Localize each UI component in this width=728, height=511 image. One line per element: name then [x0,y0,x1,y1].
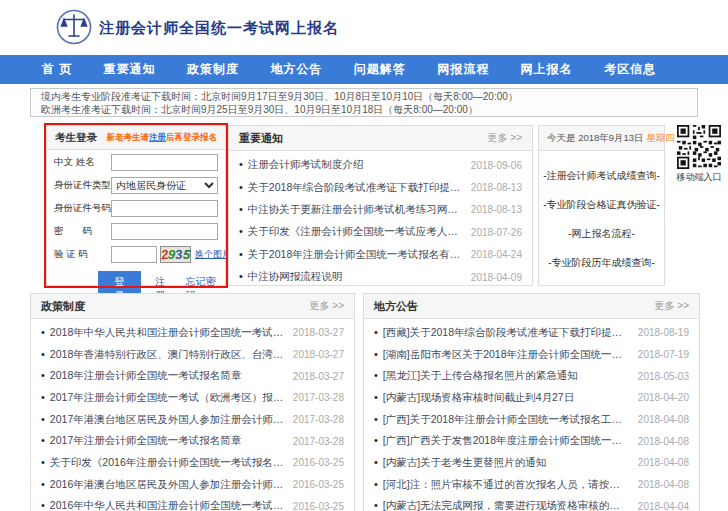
announcement-date: 2018-04-08 [638,436,689,447]
policy-link[interactable]: 2018年注册会计师全国统一考试报名简章 [41,369,285,383]
ticket-download-notice: 境内考生专业阶段准考证下载时间：北京时间9月17日至9月30日、10月8日至10… [30,88,698,117]
notice-line-2: 欧洲考生准考证下载时间：北京时间9月25日至9月30日、10月9日至10月18日… [41,104,687,117]
policy-list-item: 2018年香港特别行政区、澳门特别行政区、台湾地区居民及... 2018-03-… [41,344,344,366]
notice-line-1: 境内考生专业阶段准考证下载时间：北京时间9月17日至9月30日、10月8日至10… [41,91,687,104]
policy-list-item: 2016年中华人民共和国注册会计师全国统一考试（欧洲考区... 2016-03-… [41,496,344,511]
policy-date: 2018-03-27 [293,349,344,360]
announcement-link[interactable]: [黑龙江]关于上传合格报名照片的紧急通知 [374,369,630,383]
policy-link[interactable]: 关于印发《2016年注册会计师全国统一考试报名简章》的通... [41,456,285,470]
register-link-inline[interactable]: 注册 [149,132,166,142]
captcha-refresh-link[interactable]: 换个图片 [195,248,231,261]
quick-link[interactable]: -专业阶段合格证真伪验证- [543,198,660,212]
name-input[interactable] [111,154,218,171]
policy-list-item: 2018年注册会计师全国统一考试报名简章 2018-03-27 [41,365,344,387]
quick-link[interactable]: -网上报名流程- [568,227,635,241]
announcement-link[interactable]: [河北]注：照片审核不通过的首次报名人员，请按要求重新上... [374,478,630,492]
announcement-list-item: [西藏]关于2018年综合阶段考试准考证下载打印提醒的通... 2018-08-… [374,322,689,344]
notice-list-item: 关于2018年注册会计师全国统一考试报名有关事项的提示 2018-04-24 [239,244,522,266]
announcement-link[interactable]: [内蒙古]关于老考生更替照片的通知 [374,456,630,470]
qr-code-icon [677,125,721,169]
policy-list-item: 2018年中华人民共和国注册会计师全国统一考试（欧洲考区... 2018-03-… [41,322,344,344]
cpa-exam-registration-page: 注册会计师全国统一考试网上报名 首 页重要通知政策制度地方公告问题解答网报流程网… [0,0,728,511]
important-notices-header: 重要通知 更多 >> [229,126,532,151]
today-panel-header: 今天是 2018年9月13日 星期四 [539,126,664,151]
policy-link[interactable]: 2017年港澳台地区居民及外国人参加注册会计师全国统一考... [41,413,285,427]
nav-item[interactable]: 问题解答 [354,61,406,78]
nav-item[interactable]: 网上报名 [521,61,573,78]
nav-item[interactable]: 重要通知 [104,61,156,78]
policies-header: 政策制度 更多 >> [31,294,354,319]
page-title: 注册会计师全国统一考试网上报名 [99,19,339,38]
notice-date: 2018-08-13 [471,204,522,215]
announcement-list-item: [广西]关于2018年注册会计师全国统一考试报名工作有关... 2018-04-… [374,409,689,431]
announcement-list-item: [黑龙江]关于上传合格报名照片的紧急通知 2018-05-03 [374,365,689,387]
name-label: 中文 姓名 [54,156,111,169]
announcement-list-item: [广西]广西关于发售2018年度注册会计师全国统一考试辅... 2018-04-… [374,430,689,452]
captcha-image[interactable]: 2935 [160,246,191,263]
policy-list-item: 2017年注册会计师全国统一考试（欧洲考区）报名简章 2017-03-28 [41,387,344,409]
notice-link[interactable]: 注册会计师考试制度介绍 [239,158,463,172]
login-subtitle: 新老考生请注册后再登录报名 [107,132,218,144]
policies-title: 政策制度 [41,299,85,314]
announcement-link[interactable]: [湖南]岳阳市考区关于2018年注册会计师全国统一考试专... [374,348,630,362]
policy-link[interactable]: 2018年中华人民共和国注册会计师全国统一考试（欧洲考区... [41,326,285,340]
nav-item[interactable]: 考区信息 [604,61,656,78]
policy-date: 2018-03-27 [293,327,344,338]
announcement-list-item: [内蒙古]现场资格审核时间截止到4月27日 2018-04-20 [374,387,689,409]
local-announcements-title: 地方公告 [374,299,418,314]
announcement-date: 2018-04-20 [638,392,689,403]
policy-link[interactable]: 2017年注册会计师全国统一考试报名简章 [41,434,285,448]
notice-link[interactable]: 中注协网报流程说明 [239,270,463,284]
announcement-list-item: [内蒙古]无法完成网报，需要进行现场资格审核的具体通知 2018-04-04 [374,496,689,511]
notice-date: 2018-04-09 [471,272,522,283]
nav-item[interactable]: 地方公告 [270,61,322,78]
policy-link[interactable]: 2017年注册会计师全国统一考试（欧洲考区）报名简章 [41,391,285,405]
notice-link[interactable]: 中注协关于更新注册会计师考试机考练习网站的公告 [239,203,463,217]
policy-list-item: 关于印发《2016年注册会计师全国统一考试报名简章》的通... 2016-03-… [41,452,344,474]
policy-date: 2016-03-25 [293,501,344,511]
announcement-date: 2018-07-19 [638,349,689,360]
captcha-label: 验 证 码 [54,248,111,261]
password-input[interactable] [111,223,218,240]
today-panel: 今天是 2018年9月13日 星期四 -注册会计师考试成绩查询--专业阶段合格证… [538,125,665,286]
notice-link[interactable]: 关于2018年综合阶段考试准考证下载打印提醒的通告 [239,181,463,195]
policy-list-item: 2016年港澳台地区居民及外国人参加注册会计师全国统一考... 2016-03-… [41,474,344,496]
nav-item[interactable]: 首 页 [42,61,72,78]
notice-date: 2018-07-26 [471,227,522,238]
policy-date: 2016-03-25 [293,479,344,490]
notice-list-item: 关于印发《注册会计师全国统一考试应考人员考场守则》的通知 2018-07-26 [239,221,522,243]
local-announcements-more-link[interactable]: 更多 >> [655,299,689,313]
important-notices-more-link[interactable]: 更多 >> [488,131,522,145]
mobile-entrance-caption: 移动端入口 [676,171,722,184]
id-type-label: 身份证件类型 [54,179,111,192]
notice-link[interactable]: 关于2018年注册会计师全国统一考试报名有关事项的提示 [239,248,463,262]
policy-date: 2016-03-25 [293,457,344,468]
nav-item[interactable]: 网报流程 [437,61,489,78]
policy-list-item: 2017年港澳台地区居民及外国人参加注册会计师全国统一考... 2017-03-… [41,409,344,431]
announcement-link[interactable]: [西藏]关于2018年综合阶段考试准考证下载打印提醒的通... [374,326,630,340]
captcha-input[interactable] [111,246,157,263]
local-announcements-list: [西藏]关于2018年综合阶段考试准考证下载打印提醒的通... 2018-08-… [364,319,699,511]
login-title: 考生登录 [55,131,97,145]
announcement-link[interactable]: [广西]广西关于发售2018年度注册会计师全国统一考试辅... [374,434,630,448]
policy-date: 2017-03-28 [293,414,344,425]
policies-more-link[interactable]: 更多 >> [310,299,344,313]
announcement-link[interactable]: [广西]关于2018年注册会计师全国统一考试报名工作有关... [374,413,630,427]
announcement-link[interactable]: [内蒙古]无法完成网报，需要进行现场资格审核的具体通知 [374,499,630,511]
nav-item[interactable]: 政策制度 [187,61,239,78]
id-type-select[interactable]: 内地居民身份证 [111,177,218,194]
id-number-label: 身份证件号码 [54,202,111,215]
policy-link[interactable]: 2018年香港特别行政区、澳门特别行政区、台湾地区居民及... [41,348,285,362]
policy-link[interactable]: 2016年港澳台地区居民及外国人参加注册会计师全国统一考... [41,478,285,492]
policy-date: 2017-03-28 [293,392,344,403]
announcement-date: 2018-04-08 [638,457,689,468]
announcement-link[interactable]: [内蒙古]现场资格审核时间截止到4月27日 [374,391,630,405]
notice-list-item: 中注协关于更新注册会计师考试机考练习网站的公告 2018-08-13 [239,199,522,221]
policy-link[interactable]: 2016年中华人民共和国注册会计师全国统一考试（欧洲考区... [41,499,285,511]
local-announcements-header: 地方公告 更多 >> [364,294,699,319]
quick-link[interactable]: -注册会计师考试成绩查询- [543,169,660,183]
notice-link[interactable]: 关于印发《注册会计师全国统一考试应考人员考场守则》的通知 [239,225,463,239]
announcement-date: 2018-04-04 [638,501,689,511]
quick-link[interactable]: -专业阶段历年成绩查询- [548,256,655,270]
id-number-input[interactable] [111,200,218,217]
